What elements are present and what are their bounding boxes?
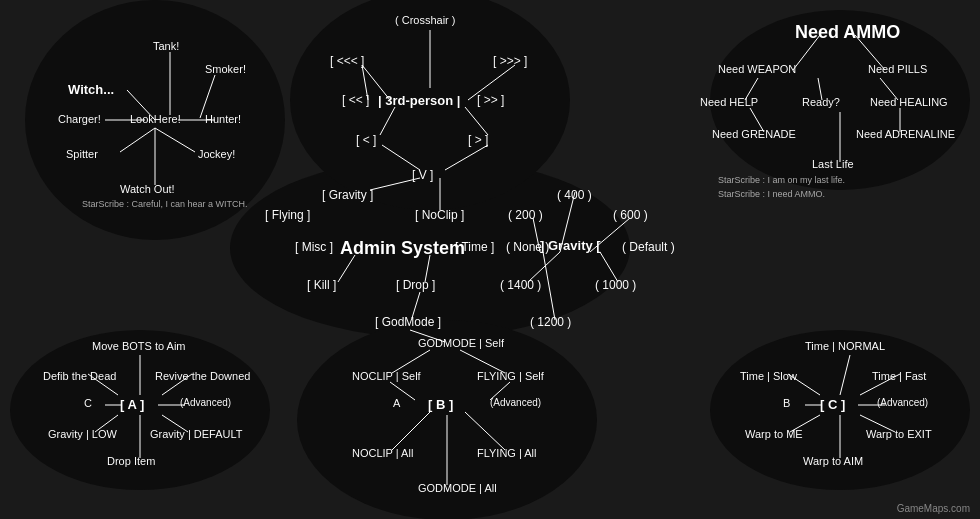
last-life[interactable]: Last Life bbox=[812, 158, 854, 170]
flying-all-node[interactable]: FLYING | All bbox=[477, 447, 537, 459]
watchout-node[interactable]: Watch Out! bbox=[120, 183, 175, 195]
godmode-all-node[interactable]: GODMODE | All bbox=[418, 482, 497, 494]
misc-label[interactable]: [ Misc ] bbox=[295, 240, 333, 254]
hub-b[interactable]: [ B ] bbox=[428, 397, 453, 412]
godmode-self-node[interactable]: GODMODE | Self bbox=[418, 337, 504, 349]
need-grenade[interactable]: Need GRENADE bbox=[712, 128, 796, 140]
defib-dead[interactable]: Defib the Dead bbox=[43, 370, 116, 382]
noclip-all-node[interactable]: NOCLIP | All bbox=[352, 447, 413, 459]
svg-line-31 bbox=[392, 412, 430, 450]
tank-node[interactable]: Tank! bbox=[153, 40, 179, 52]
r-node[interactable]: [ > ] bbox=[468, 133, 488, 147]
hub-b-c: B bbox=[783, 397, 790, 409]
flying-bracket[interactable]: [ Flying ] bbox=[265, 208, 310, 222]
l-node[interactable]: [ < ] bbox=[356, 133, 376, 147]
val-1400: ( 1400 ) bbox=[500, 278, 541, 292]
hub-a[interactable]: [ A ] bbox=[120, 397, 144, 412]
need-healing[interactable]: Need HEALING bbox=[870, 96, 948, 108]
lll-node[interactable]: [ <<< ] bbox=[330, 54, 364, 68]
flying-self-node[interactable]: FLYING | Self bbox=[477, 370, 544, 382]
val-400: ( 400 ) bbox=[557, 188, 592, 202]
svg-line-40 bbox=[155, 128, 195, 152]
gravity-bracket[interactable]: [ Gravity ] bbox=[322, 188, 373, 202]
svg-line-14 bbox=[445, 145, 488, 170]
jockey-node[interactable]: Jockey! bbox=[198, 148, 235, 160]
starscribe-witch: StarScribe : Careful, I can hear a WITCH… bbox=[82, 199, 248, 209]
need-weapon[interactable]: Need WEAPON bbox=[718, 63, 796, 75]
crosshair-node[interactable]: ( Crosshair ) bbox=[395, 14, 456, 26]
val-1000: ( 1000 ) bbox=[595, 278, 636, 292]
noclip-bracket[interactable]: [ NoClip ] bbox=[415, 208, 464, 222]
svg-line-60 bbox=[840, 355, 850, 395]
hub-c[interactable]: [ C ] bbox=[820, 397, 845, 412]
drop-bracket[interactable]: [ Drop ] bbox=[396, 278, 435, 292]
rrr-node[interactable]: [ >>> ] bbox=[493, 54, 527, 68]
gamemaps-credit: GameMaps.com bbox=[897, 503, 970, 514]
hub-adv-c[interactable]: (Advanced) bbox=[877, 397, 928, 408]
svg-line-36 bbox=[200, 75, 215, 118]
none-label[interactable]: ( None ) bbox=[506, 240, 549, 254]
val-200: ( 200 ) bbox=[508, 208, 543, 222]
time-normal[interactable]: Time | NORMAL bbox=[805, 340, 885, 352]
svg-line-39 bbox=[120, 128, 155, 152]
godmode-bracket[interactable]: [ GodMode ] bbox=[375, 315, 441, 329]
need-help[interactable]: Need HELP bbox=[700, 96, 758, 108]
warp-aim[interactable]: Warp to AIM bbox=[803, 455, 863, 467]
need-ammo[interactable]: Need AMMO bbox=[795, 22, 900, 43]
hub-adv-a[interactable]: (Advanced) bbox=[180, 397, 231, 408]
default-label[interactable]: ( Default ) bbox=[622, 240, 675, 254]
rr-node[interactable]: [ >> ] bbox=[477, 93, 504, 107]
need-adrenaline[interactable]: Need ADRENALINE bbox=[856, 128, 955, 140]
charger-node[interactable]: Charger! bbox=[58, 113, 101, 125]
starscribe-ammo: StarScribe : I need AMMO. bbox=[718, 189, 825, 199]
warp-exit[interactable]: Warp to EXIT bbox=[866, 428, 932, 440]
time-label[interactable]: [ Time ] bbox=[455, 240, 494, 254]
warp-me[interactable]: Warp to ME bbox=[745, 428, 803, 440]
svg-line-11 bbox=[380, 107, 395, 135]
need-pills[interactable]: Need PILLS bbox=[868, 63, 927, 75]
ll-node[interactable]: [ << ] bbox=[342, 93, 369, 107]
third-person-node[interactable]: | 3rd-person | bbox=[378, 93, 460, 108]
v-node[interactable]: [ V ] bbox=[412, 168, 433, 182]
admin-system-label: Admin System bbox=[340, 238, 465, 259]
hub-adv-b[interactable]: (Advanced) bbox=[490, 397, 541, 408]
drop-item[interactable]: Drop Item bbox=[107, 455, 155, 467]
time-fast[interactable]: Time | Fast bbox=[872, 370, 926, 382]
revive-downed[interactable]: Revive the Downed bbox=[155, 370, 250, 382]
gravity-default[interactable]: Gravity | DEFAULT bbox=[150, 428, 243, 440]
svg-line-12 bbox=[465, 107, 488, 135]
move-bots[interactable]: Move BOTS to Aim bbox=[92, 340, 186, 352]
ready[interactable]: Ready? bbox=[802, 96, 840, 108]
spitter-node[interactable]: Spitter bbox=[66, 148, 98, 160]
svg-line-17 bbox=[338, 255, 355, 282]
smoker-node[interactable]: Smoker! bbox=[205, 63, 246, 75]
svg-line-32 bbox=[465, 412, 505, 450]
witch-node[interactable]: Witch... bbox=[68, 82, 114, 97]
val-1200: ( 1200 ) bbox=[530, 315, 571, 329]
hub-c-a: C bbox=[84, 397, 92, 409]
svg-line-25 bbox=[543, 252, 555, 320]
noclip-self-node[interactable]: NOCLIP | Self bbox=[352, 370, 421, 382]
starscribe-life: StarScribe : I am on my last life. bbox=[718, 175, 845, 185]
hunter-node[interactable]: Hunter! bbox=[205, 113, 241, 125]
hub-a-b: A bbox=[393, 397, 400, 409]
gravity-low[interactable]: Gravity | LOW bbox=[48, 428, 117, 440]
val-600: ( 600 ) bbox=[613, 208, 648, 222]
kill-bracket[interactable]: [ Kill ] bbox=[307, 278, 336, 292]
lookhere-node[interactable]: LookHere! bbox=[130, 113, 181, 125]
time-slow[interactable]: Time | Slow bbox=[740, 370, 797, 382]
svg-line-13 bbox=[382, 145, 420, 170]
